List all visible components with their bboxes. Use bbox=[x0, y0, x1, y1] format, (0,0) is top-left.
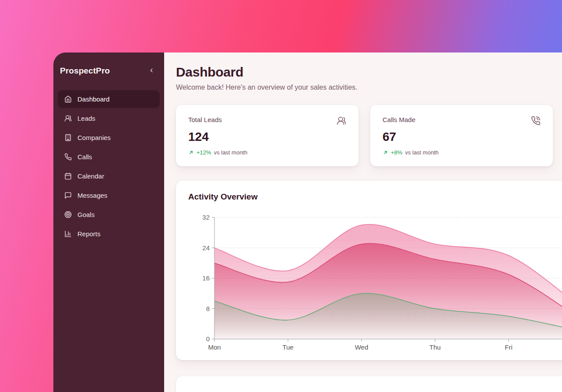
building-icon bbox=[64, 134, 72, 141]
svg-text:Fri: Fri bbox=[505, 343, 513, 351]
sidebar-item-reports[interactable]: Reports bbox=[58, 225, 160, 243]
sidebar-item-label: Reports bbox=[77, 230, 101, 238]
sidebar-item-messages[interactable]: Messages bbox=[58, 186, 160, 204]
stat-value: 67 bbox=[383, 130, 541, 144]
stat-trend: +8% vs last month bbox=[383, 149, 541, 156]
stat-card-calls-made: Calls Made 67 +8% vs last month bbox=[370, 105, 553, 166]
calendar-icon bbox=[64, 172, 72, 180]
trend-suffix: vs last month bbox=[405, 149, 439, 156]
svg-text:Wed: Wed bbox=[355, 343, 369, 351]
page-subtitle: Welcome back! Here's an overview of your… bbox=[176, 84, 562, 91]
home-icon bbox=[64, 95, 72, 103]
target-icon bbox=[64, 211, 72, 218]
sidebar-item-label: Calls bbox=[77, 153, 92, 161]
users-icon bbox=[64, 115, 72, 122]
svg-text:Thu: Thu bbox=[429, 343, 441, 351]
bar-chart-icon bbox=[64, 230, 72, 238]
page-title: Dashboard bbox=[176, 65, 562, 80]
svg-text:0: 0 bbox=[206, 335, 210, 343]
svg-text:32: 32 bbox=[202, 214, 210, 221]
stat-trend: +12% vs last month bbox=[188, 149, 346, 156]
activity-chart-svg: 08162432MonTueWedThuFriSat bbox=[188, 213, 562, 353]
sidebar-item-label: Messages bbox=[77, 192, 107, 199]
sidebar-item-dashboard[interactable]: Dashboard bbox=[58, 90, 160, 108]
svg-text:24: 24 bbox=[202, 244, 210, 252]
trend-suffix: vs last month bbox=[214, 149, 248, 156]
sidebar-item-companies[interactable]: Companies bbox=[58, 129, 160, 147]
trending-up-icon bbox=[188, 150, 194, 155]
sidebar-item-leads[interactable]: Leads bbox=[58, 109, 160, 127]
chart-title: Activity Overview bbox=[188, 192, 562, 202]
svg-text:Mon: Mon bbox=[208, 343, 221, 351]
users-icon bbox=[337, 116, 346, 126]
svg-text:Tue: Tue bbox=[282, 343, 293, 351]
chevron-left-icon bbox=[148, 67, 155, 75]
svg-text:16: 16 bbox=[202, 274, 210, 282]
sidebar-item-label: Dashboard bbox=[77, 95, 109, 103]
sidebar-item-calendar[interactable]: Calendar bbox=[58, 167, 160, 185]
partial-card-below bbox=[176, 376, 562, 392]
app-brand: ProspectPro bbox=[60, 66, 110, 76]
sidebar-item-calls[interactable]: Calls bbox=[58, 148, 160, 166]
stat-label: Calls Made bbox=[383, 116, 415, 123]
svg-text:8: 8 bbox=[206, 305, 210, 312]
sidebar-item-label: Companies bbox=[77, 134, 111, 141]
trend-value: +8% bbox=[391, 149, 402, 156]
stat-card-total-leads: Total Leads 124 +12% vs last month bbox=[176, 105, 358, 166]
page-header: Dashboard Welcome back! Here's an overvi… bbox=[176, 65, 562, 91]
trend-value: +12% bbox=[197, 149, 211, 156]
sidebar-item-label: Leads bbox=[77, 115, 95, 122]
stats-grid: Total Leads 124 +12% vs last month Calls… bbox=[176, 105, 562, 166]
app-window: ProspectPro Dashboard Leads Companies bbox=[53, 52, 562, 392]
trending-up-icon bbox=[383, 150, 388, 155]
activity-overview-card: Activity Overview 08162432MonTueWedThuFr… bbox=[176, 181, 562, 360]
message-icon bbox=[64, 192, 72, 199]
sidebar-item-label: Calendar bbox=[77, 172, 104, 180]
sidebar-nav: Dashboard Leads Companies Calls Calendar… bbox=[58, 90, 160, 243]
stat-value: 124 bbox=[188, 130, 346, 144]
sidebar-collapse-button[interactable] bbox=[146, 65, 157, 77]
sidebar: ProspectPro Dashboard Leads Companies bbox=[53, 52, 164, 392]
phone-icon bbox=[64, 153, 72, 161]
sidebar-item-label: Goals bbox=[77, 211, 95, 218]
sidebar-item-goals[interactable]: Goals bbox=[58, 206, 160, 224]
sidebar-header: ProspectPro bbox=[58, 63, 160, 79]
phone-call-icon bbox=[531, 116, 541, 126]
stat-label: Total Leads bbox=[188, 116, 222, 123]
main-content: Dashboard Welcome back! Here's an overvi… bbox=[164, 52, 562, 392]
